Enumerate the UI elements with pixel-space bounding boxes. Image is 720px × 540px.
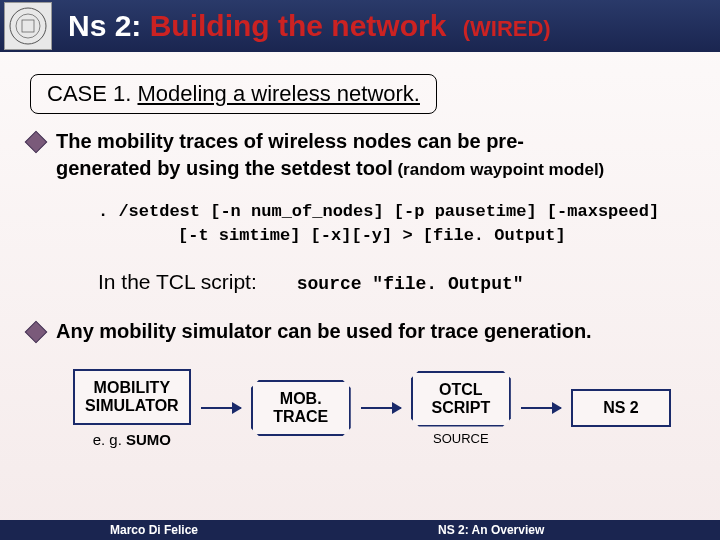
bullet-1-line1: The mobility traces of wireless nodes ca… bbox=[56, 130, 524, 152]
svg-rect-2 bbox=[22, 20, 34, 32]
bullet-1: The mobility traces of wireless nodes ca… bbox=[28, 128, 692, 182]
arrow-icon bbox=[201, 407, 241, 409]
bullet-2-text: Any mobility simulator can be used for t… bbox=[56, 318, 592, 345]
arrow-icon bbox=[361, 407, 401, 409]
bullet-1-line2: generated by using the setdest tool bbox=[56, 157, 393, 179]
code-line-2: [-t simtime] [-x][-y] > [file. Output] bbox=[178, 224, 692, 248]
slide-footer: Marco Di Felice NS 2: An Overview bbox=[0, 520, 720, 540]
svg-point-0 bbox=[10, 8, 46, 44]
box-mobility-simulator: MOBILITY SIMULATOR bbox=[73, 369, 191, 425]
bullet-1-text: The mobility traces of wireless nodes ca… bbox=[56, 128, 604, 182]
tcl-label: In the TCL script: bbox=[98, 270, 257, 294]
code-line-1: . /setdest [-n num_of_nodes] [-p pauseti… bbox=[98, 200, 692, 224]
bullet-2: Any mobility simulator can be used for t… bbox=[28, 318, 692, 345]
tcl-script-row: In the TCL script: source "file. Output" bbox=[98, 270, 692, 294]
arrow-icon bbox=[521, 407, 561, 409]
diamond-bullet-icon bbox=[25, 131, 48, 154]
case-box: CASE 1. Modeling a wireless network. bbox=[30, 74, 437, 114]
svg-point-1 bbox=[16, 14, 40, 38]
case-prefix: CASE 1. bbox=[47, 81, 131, 106]
footer-author: Marco Di Felice bbox=[110, 523, 198, 537]
flow-col-3: OTCL SCRIPT SOURCE bbox=[411, 371, 511, 446]
bullet-1-line2-small: (random waypoint model) bbox=[393, 160, 605, 179]
title-ns2: Ns 2: bbox=[68, 9, 141, 42]
flow-diagram: MOBILITY SIMULATOR e. g. SUMO MOB. TRACE… bbox=[68, 369, 676, 448]
case-text: Modeling a wireless network. bbox=[138, 81, 420, 106]
flow-col-1: MOBILITY SIMULATOR e. g. SUMO bbox=[73, 369, 191, 448]
title-main: Building the network bbox=[150, 9, 447, 42]
slide-title: Ns 2: Building the network (WIRED) bbox=[68, 9, 551, 43]
source-label: SOURCE bbox=[433, 431, 489, 446]
box-otcl-script: OTCL SCRIPT bbox=[411, 371, 511, 427]
university-seal-logo bbox=[4, 2, 52, 50]
eg-sumo: e. g. SUMO bbox=[93, 431, 171, 448]
box-ns2: NS 2 bbox=[571, 389, 671, 427]
title-wired: (WIRED) bbox=[463, 16, 551, 41]
slide-header: Ns 2: Building the network (WIRED) bbox=[0, 0, 720, 52]
box-mob-trace: MOB. TRACE bbox=[251, 380, 351, 436]
footer-topic: NS 2: An Overview bbox=[438, 523, 544, 537]
diamond-bullet-icon bbox=[25, 320, 48, 343]
setdest-command: . /setdest [-n num_of_nodes] [-p pauseti… bbox=[98, 200, 692, 248]
tcl-code: source "file. Output" bbox=[297, 274, 524, 294]
